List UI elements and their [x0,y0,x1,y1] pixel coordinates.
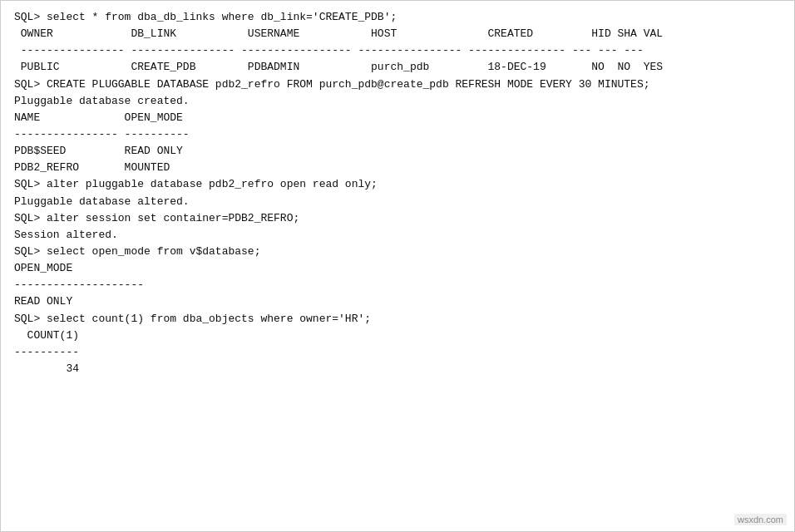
terminal-line-l33: ---------- [14,344,781,361]
terminal-line-l7: SQL> CREATE PLUGGABLE DATABASE pdb2_refr… [14,76,781,93]
terminal-line-l5: PUBLIC CREATE_PDB PDBADMIN purch_pdb 18-… [14,59,781,76]
terminal-line-l3: OWNER DB_LINK USERNAME HOST CREATED HID … [14,26,781,42]
terminal-line-l30: SQL> select count(1) from dba_objects wh… [14,311,781,328]
terminal-line-l28: READ ONLY [14,293,781,310]
terminal-line-l13: PDB$SEED READ ONLY [14,143,781,160]
terminal-line-l9: Pluggable database created. [14,93,781,110]
terminal-line-l12: ---------------- ---------- [14,126,781,143]
terminal-line-l32: COUNT(1) [14,328,781,344]
terminal-line-l24: SQL> select open_mode from v$database; [14,244,781,260]
watermark: wsxdn.com [734,514,787,525]
terminal-line-l1: SQL> select * from dba_db_links where db… [14,9,781,26]
terminal-line-l14: PDB2_REFRO MOUNTED [14,160,781,176]
terminal-line-l18: Pluggable database altered. [14,194,781,210]
terminal-window: SQL> select * from dba_db_links where db… [0,0,795,532]
terminal-line-l34: 34 [14,361,781,377]
terminal-line-l20: SQL> alter session set container=PDB2_RE… [14,210,781,227]
terminal-line-l22: Session altered. [14,227,781,244]
terminal-line-l26: OPEN_MODE [14,260,781,277]
terminal-line-l4: ---------------- ---------------- ------… [14,42,781,59]
terminal-line-l27: -------------------- [14,277,781,293]
terminal-line-l16: SQL> alter pluggable database pdb2_refro… [14,176,781,193]
terminal-line-l11: NAME OPEN_MODE [14,110,781,126]
terminal-content: SQL> select * from dba_db_links where db… [14,9,781,377]
